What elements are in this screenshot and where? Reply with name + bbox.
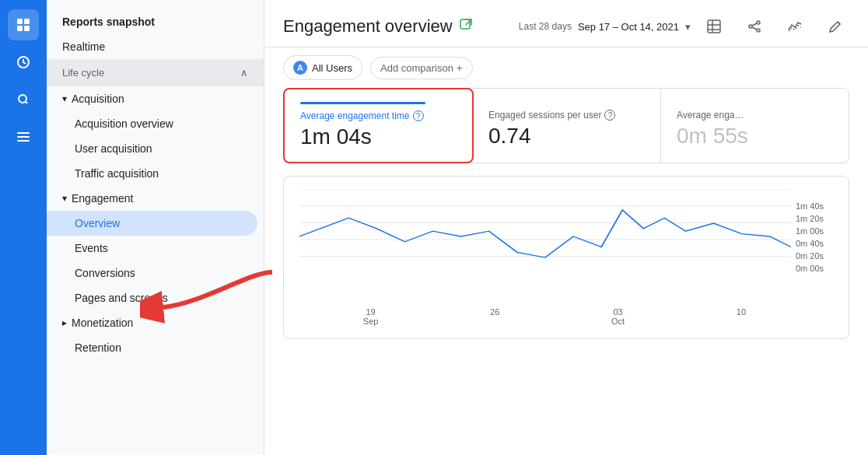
sidebar-lifecycle-label: Life cycle (62, 67, 104, 79)
sidebar-item-pages-screens[interactable]: Pages and screens (47, 285, 264, 310)
metric-label-avg-engagement-2: Average enga… (677, 110, 833, 121)
metrics-area: Average engagement time ? 1m 04s Engaged… (264, 88, 868, 455)
sidebar-item-retention[interactable]: Retention (47, 335, 264, 360)
svg-rect-8 (17, 140, 30, 142)
x-label-sep19: 19 Sep (363, 307, 379, 326)
page-title-text: Engagement overview (283, 16, 453, 37)
sidebar-engagement-category[interactable]: ▾ Engagement (47, 186, 264, 211)
sidebar-item-user-acquisition[interactable]: User acquisition (47, 136, 264, 161)
date-period: Last 28 days (519, 21, 572, 32)
sidebar-item-traffic-acquisition[interactable]: Traffic acquisition (47, 161, 264, 186)
engagement-label: Engagement (72, 192, 133, 205)
metric-label-text-3: Average enga… (677, 110, 744, 121)
acquisition-label: Acquisition (72, 93, 124, 105)
y-label-0: 1m 40s (796, 201, 824, 211)
svg-point-16 (757, 29, 760, 32)
share-icon[interactable] (740, 12, 768, 40)
x-label-sep26: 26 (490, 307, 499, 326)
sidebar-lifecycle-header[interactable]: Life cycle ∧ (47, 59, 264, 86)
chart-y-labels: 1m 40s 1m 20s 1m 00s 0m 40s 0m 20s 0m 00… (796, 201, 824, 273)
metric-label-engaged-sessions: Engaged sessions per user ? (488, 110, 645, 121)
chart-x-labels: 19 Sep 26 03 Oct 10 (299, 304, 833, 326)
sidebar-monetization-category[interactable]: ▸ Monetization (47, 310, 264, 335)
compare-icon[interactable] (781, 12, 809, 40)
metric-label-text: Average engagement time (300, 110, 410, 121)
svg-rect-7 (17, 136, 30, 138)
main-header: Engagement overview Last 28 days Sep 17 … (264, 0, 868, 47)
svg-rect-10 (708, 20, 720, 33)
metrics-cards: Average engagement time ? 1m 04s Engaged… (283, 88, 849, 163)
y-label-4: 0m 20s (796, 251, 824, 261)
svg-rect-6 (17, 132, 30, 134)
info-icon[interactable]: ? (413, 110, 424, 121)
header-right: Last 28 days Sep 17 – Oct 14, 2021 ▾ (519, 12, 849, 40)
info-icon-2[interactable]: ? (604, 110, 615, 121)
svg-rect-0 (17, 19, 23, 24)
sidebar-reports-snapshot[interactable]: Reports snapshot (47, 9, 264, 34)
y-label-5: 0m 00s (796, 264, 824, 273)
svg-point-14 (757, 21, 760, 24)
add-comparison-label: Add comparison (380, 62, 453, 74)
svg-rect-3 (24, 26, 30, 31)
avatar: A (293, 61, 307, 75)
y-label-2: 1m 00s (796, 226, 824, 236)
metric-value-avg-engagement: 1m 04s (300, 124, 457, 149)
svg-line-17 (752, 23, 757, 26)
arrow-down-icon: ▾ (62, 93, 67, 104)
all-users-filter[interactable]: A All Users (283, 55, 362, 80)
svg-rect-1 (24, 19, 30, 24)
icon-bar-search[interactable] (8, 84, 39, 115)
metric-value-engaged-sessions: 0.74 (488, 124, 645, 149)
x-label-oct10: 10 (737, 307, 746, 326)
y-label-3: 0m 40s (796, 239, 824, 248)
metric-value-avg-engagement-2: 0m 55s (677, 124, 833, 149)
metric-card-avg-engagement: Average engagement time ? 1m 04s (283, 88, 474, 163)
header-icons-group (700, 12, 849, 40)
y-label-1: 1m 20s (796, 214, 824, 223)
chevron-up-icon: ∧ (240, 67, 248, 79)
svg-rect-9 (460, 19, 470, 29)
date-dates: Sep 17 – Oct 14, 2021 (578, 21, 679, 33)
sidebar-item-events[interactable]: Events (47, 236, 264, 261)
add-comparison-button[interactable]: Add comparison + (370, 57, 473, 79)
icon-bar (0, 0, 47, 455)
main-content: Engagement overview Last 28 days Sep 17 … (264, 0, 868, 455)
metric-card-avg-engagement-2: Average enga… 0m 55s (661, 89, 849, 163)
external-link-icon[interactable] (459, 18, 473, 36)
icon-bar-realtime[interactable] (8, 47, 39, 78)
edit-icon[interactable] (821, 12, 849, 40)
chart-container: 1m 40s 1m 20s 1m 00s 0m 40s 0m 20s 0m 00… (283, 176, 849, 339)
chart-svg (299, 189, 833, 273)
svg-line-18 (752, 27, 757, 30)
icon-bar-dashboard[interactable] (8, 9, 39, 40)
svg-rect-2 (17, 26, 23, 31)
metric-label-avg-engagement: Average engagement time ? (300, 110, 457, 121)
page-title: Engagement overview (283, 16, 473, 37)
table-view-icon[interactable] (700, 12, 728, 40)
svg-point-15 (749, 25, 752, 28)
sidebar: Reports snapshot Realtime Life cycle ∧ ▾… (47, 0, 264, 455)
metric-card-engaged-sessions: Engaged sessions per user ? 0.74 (473, 89, 661, 163)
x-label-oct03: 03 Oct (611, 307, 625, 326)
monetization-label: Monetization (72, 317, 133, 329)
arrow-down-icon-engagement: ▾ (62, 193, 67, 204)
add-icon: + (457, 62, 463, 74)
sidebar-item-overview[interactable]: Overview (47, 211, 257, 236)
sidebar-acquisition-category[interactable]: ▾ Acquisition (47, 86, 264, 111)
sidebar-item-acquisition-overview[interactable]: Acquisition overview (47, 111, 264, 136)
date-range-selector[interactable]: Last 28 days Sep 17 – Oct 14, 2021 ▾ (519, 21, 691, 33)
arrow-right-icon: ▸ (62, 317, 67, 328)
sidebar-realtime[interactable]: Realtime (47, 34, 264, 59)
metric-label-text-2: Engaged sessions per user (488, 110, 601, 121)
date-dropdown-icon: ▾ (685, 21, 691, 33)
metric-indicator-bar (300, 102, 425, 104)
icon-bar-reports[interactable] (8, 121, 39, 152)
filter-bar: A All Users Add comparison + (264, 47, 868, 88)
all-users-label: All Users (312, 62, 352, 74)
sidebar-item-conversions[interactable]: Conversions (47, 261, 264, 285)
